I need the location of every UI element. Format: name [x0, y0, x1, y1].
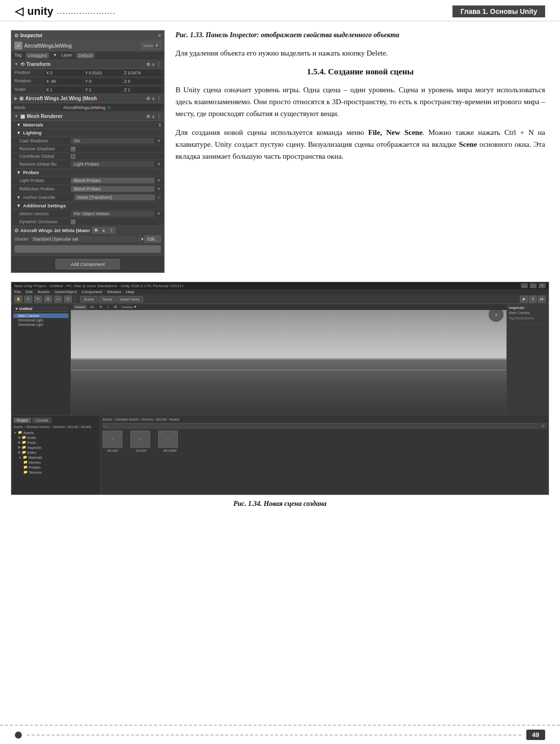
motion-vectors-arrow[interactable]: ▼ — [157, 211, 161, 216]
step-button[interactable]: ⏭ — [538, 296, 546, 303]
materials-section-header: ▼ Materials 1 — [11, 121, 164, 129]
minimize-button[interactable]: – — [521, 283, 528, 288]
rotate-tool-button[interactable]: ↻ — [34, 296, 42, 303]
cast-shadows-dropdown[interactable]: ▼ — [156, 138, 161, 143]
menu-help[interactable]: Help — [126, 290, 134, 294]
shaded-tab[interactable]: Shaded — [73, 305, 87, 310]
position-label: Position — [14, 70, 44, 76]
contribute-global-check[interactable] — [71, 154, 75, 159]
gizmos-btn[interactable]: Gizmos ▼ — [120, 305, 139, 310]
shader-dropdown[interactable]: ▼ — [138, 237, 142, 242]
tree-item-editor[interactable]: ▶ 📁 Editor — [13, 450, 98, 455]
materials-label: Materials — [23, 122, 43, 127]
effects-btn[interactable]: ⚙ — [112, 305, 119, 310]
asset-thumb-3[interactable]: ○ — [158, 431, 178, 448]
tree-item-textures[interactable]: 📁 Textures — [13, 470, 98, 475]
tree-item-inspector[interactable]: ▶ 📁 Inspector — [13, 445, 98, 450]
static-dropdown[interactable]: Static ▼ — [141, 42, 161, 49]
reflection-probes-row: Reflection Probes Blend Probes ▼ — [11, 185, 164, 193]
tree-item-audio[interactable]: ▶ 📁 Audio — [13, 435, 98, 440]
scale-tool-button[interactable]: ⊞ — [44, 296, 52, 303]
section-154-heading: 1.5.4. Создание новой сцены — [175, 67, 545, 77]
scale-z[interactable]: Z 1 — [122, 87, 161, 93]
shader-value[interactable]: Standard (Specular set — [31, 236, 136, 242]
menu-window[interactable]: Window — [107, 290, 121, 294]
dir-light-item-2[interactable]: Directional Light — [13, 322, 68, 327]
mesh-select-icon[interactable]: ⊙ — [107, 105, 111, 110]
unity-hierarchy: ▼ Untitled Main Camera Directional Light… — [11, 304, 71, 415]
light-probes-value[interactable]: Blend Probes — [71, 178, 155, 184]
edit-button[interactable]: Edit... — [144, 236, 161, 243]
reflection-probes-arrow[interactable]: ▼ — [157, 186, 161, 191]
figure-1-33-caption: Рис. 1.33. Панель Inspector: отображает … — [175, 30, 545, 40]
tree-item-materials[interactable]: ▼ 📁 Materials — [13, 455, 98, 460]
scene-tab[interactable]: Scene — [80, 296, 98, 303]
motion-vectors-value[interactable]: Per Object Motion — [71, 211, 155, 217]
menu-file[interactable]: File — [14, 290, 21, 294]
project-tab[interactable]: Project — [13, 418, 31, 423]
menu-component[interactable]: Component — [82, 290, 102, 294]
scale-y[interactable]: Y 1 — [84, 87, 122, 93]
material-expand-btn[interactable]: ± — [101, 227, 107, 234]
material-menu-btn[interactable]: ⋮ — [108, 227, 115, 234]
2d-btn[interactable]: 2D — [88, 305, 97, 310]
add-component-button[interactable]: Add Component — [56, 259, 120, 269]
console-tab[interactable]: Console — [32, 418, 52, 423]
asset-thumb-1[interactable]: ○ — [103, 431, 122, 448]
pos-y[interactable]: Y 0.5163 — [84, 70, 122, 76]
reflection-probes-row-label: Reflection Probes — [19, 186, 69, 191]
move-tool-button[interactable]: ✛ — [24, 296, 32, 303]
transform-tool-button[interactable]: ⊡ — [64, 296, 72, 303]
close-button[interactable]: ✕ — [539, 283, 546, 288]
tree-item-prefabs[interactable]: 📁 Prefabs — [13, 465, 98, 470]
rot-x[interactable]: X -90 — [45, 78, 83, 84]
play-button[interactable]: ▶ — [520, 296, 528, 303]
lights-btn[interactable]: ☀ — [97, 305, 104, 310]
light-probes-arrow[interactable]: ▼ — [157, 178, 161, 183]
receive-global-label: Receive Global Illu — [19, 162, 69, 167]
transform-section-header: ▼ ⟲ Transform ⚙ ± ⋮ — [11, 60, 164, 69]
asset-thumb-2[interactable]: ○ — [130, 431, 150, 448]
mesh-filter-label: Aircraft Wings Jet Wing (Mesh — [25, 96, 97, 101]
audio-btn[interactable]: ♪ — [105, 305, 111, 310]
rect-tool-button[interactable]: ▭ — [54, 296, 62, 303]
menu-assets[interactable]: Assets — [38, 290, 50, 294]
material-settings-btn[interactable]: ⚙ — [92, 227, 100, 234]
layer-value[interactable]: Default — [76, 53, 95, 59]
pause-button[interactable]: ⏸ — [529, 296, 537, 303]
maximize-button[interactable]: □ — [530, 283, 537, 288]
menu-edit[interactable]: Edit — [26, 290, 33, 294]
transform-triangle: ▼ — [14, 62, 18, 66]
menu-gameobject[interactable]: GameObject — [55, 290, 77, 294]
receive-global-dropdown[interactable]: ▼ — [156, 162, 161, 167]
tag-value[interactable]: Untagged — [26, 53, 49, 59]
tree-item-assets[interactable]: ▼ 📁 Assets — [13, 430, 98, 435]
game-tab[interactable]: Game — [99, 296, 115, 303]
filter-btn[interactable]: ≡ — [540, 423, 547, 429]
rot-z[interactable]: Z 0 — [122, 78, 161, 84]
dynamic-occlusion-label: Dynamic Occlusion — [19, 219, 69, 224]
anchor-target-icon[interactable]: ⊙ — [157, 195, 161, 200]
receive-shadows-check[interactable]: ✓ — [71, 147, 75, 151]
rot-y[interactable]: Y 0 — [84, 78, 122, 84]
mesh-filter-icons: ⚙ ± ⋮ — [146, 96, 161, 101]
hand-tool-button[interactable]: ✋ — [14, 296, 22, 303]
tree-item-fonts[interactable]: ▶ 📁 Fonts — [13, 440, 98, 445]
dir-light-item-1[interactable]: Directional Light — [13, 318, 68, 322]
dynamic-occlusion-check[interactable]: ✓ — [71, 220, 75, 224]
scale-x[interactable]: X 1 — [45, 87, 83, 93]
cast-shadows-value[interactable]: On — [71, 138, 154, 144]
pos-x[interactable]: X 0 — [45, 70, 83, 76]
search-input-area[interactable]: ⌕ — [103, 423, 538, 429]
asset-store-tab[interactable]: Asset Store — [117, 296, 143, 303]
inspector-menu-icon[interactable]: ≡ — [158, 32, 161, 38]
main-camera-item[interactable]: Main Camera — [13, 313, 68, 318]
reflection-probes-value[interactable]: Blend Probes — [71, 186, 155, 192]
light-probes-label2[interactable]: Light Probes — [71, 161, 154, 167]
mesh-value: AircraftWingsJetWing ⊙ — [61, 104, 161, 111]
add-component-row: Add Component — [11, 256, 164, 272]
unity-toolbar: ✋ ✛ ↻ ⊞ ▭ ⊡ Scene Game Asset Store ▶ ⏸ ⏭ — [11, 295, 549, 304]
pos-z[interactable]: Z 9.5474 — [122, 70, 161, 76]
anchor-override-value[interactable]: None (Transform) — [74, 194, 155, 200]
tree-item-meshes[interactable]: 📁 Meshes — [13, 460, 98, 465]
